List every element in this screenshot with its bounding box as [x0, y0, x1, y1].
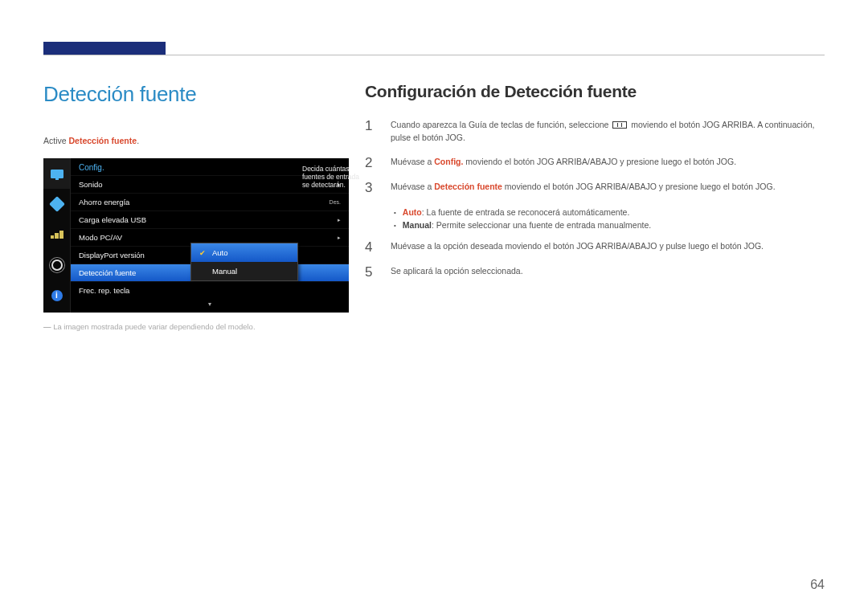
osd-item-label: Modo PC/AV [79, 233, 122, 242]
step2-b: moviendo el botón JOG ARRIBA/ABAJO y pre… [463, 157, 736, 166]
step-body: Se aplicará la opción seleccionada. [391, 265, 825, 278]
bullet-text: Manual: Permite seleccionar una fuente d… [403, 219, 651, 232]
menu-icon [612, 121, 627, 129]
submenu-label: Auto [212, 248, 228, 257]
step-1: 1 Cuando aparezca la Guía de teclas de f… [365, 119, 825, 145]
bullet2-bold: Manual [403, 220, 432, 230]
chevron-right-icon: ▸ [338, 235, 341, 241]
osd-item-label: Carga elevada USB [79, 215, 146, 224]
info-icon [43, 280, 70, 311]
bars-icon [43, 219, 70, 250]
gear-icon [43, 250, 70, 280]
step1-a: Cuando aparezca la Guía de teclas de fun… [391, 120, 611, 129]
page-title: Detección fuente [43, 82, 349, 107]
intro-prefix: Active [43, 136, 69, 145]
osd-item-value: Des. [330, 199, 341, 205]
header-rule [43, 55, 825, 55]
right-column: Configuración de Detección fuente 1 Cuan… [365, 82, 825, 290]
step2-bold: Config. [434, 157, 463, 166]
submenu-auto: ✔ Auto [191, 243, 297, 262]
osd-item-ahorro: Ahorro energía Des. [71, 193, 349, 210]
page-number: 64 [810, 578, 825, 592]
step2-a: Muévase a [391, 157, 434, 166]
submenu-manual: Manual [191, 262, 297, 280]
step-number: 1 [365, 119, 376, 133]
step-number: 5 [365, 265, 376, 279]
step-body: Muévase a la opción deseada moviendo el … [391, 240, 825, 253]
header-accent-bar [43, 42, 166, 55]
osd-submenu: ✔ Auto Manual [190, 243, 298, 281]
steps-list: 1 Cuando aparezca la Guía de teclas de f… [365, 119, 825, 279]
dash-icon: ― [43, 322, 53, 331]
check-icon: ✔ [199, 249, 207, 257]
step3-bold: Detección fuente [434, 182, 502, 191]
step-2: 2 Muévase a Config. moviendo el botón JO… [365, 156, 825, 170]
bullet-icon: • [394, 208, 396, 219]
step3-a: Muévase a [391, 182, 434, 191]
osd-description: Decida cuántas fuentes de entrada se det… [299, 161, 367, 193]
chevron-down-icon: ▾ [71, 299, 349, 313]
bullet-text: Auto: La fuente de entrada se reconocerá… [403, 206, 630, 219]
osd-panel: Config. Sonido ▸ Ahorro energía Des. Car… [43, 158, 349, 313]
osd-item-label: Detección fuente [79, 268, 136, 277]
bullet-auto: • Auto: La fuente de entrada se reconoce… [394, 206, 825, 219]
step3-b: moviendo el botón JOG ARRIBA/ABAJO y pre… [502, 182, 776, 191]
diamond-icon [43, 189, 70, 219]
step-number: 4 [365, 240, 376, 254]
osd-item-frec: Frec. rep. tecla [71, 281, 349, 299]
step-3: 3 Muévase a Detección fuente moviendo el… [365, 181, 825, 194]
step-5: 5 Se aplicará la opción seleccionada. [365, 265, 825, 279]
bullet-icon: • [394, 221, 396, 232]
section-title: Configuración de Detección fuente [365, 82, 825, 101]
bullet-list: • Auto: La fuente de entrada se reconoce… [394, 206, 825, 233]
left-column: Detección fuente Active Detección fuente… [43, 82, 349, 331]
chevron-right-icon: ▸ [338, 217, 341, 223]
osd-item-label: Frec. rep. tecla [79, 286, 129, 295]
bullet1-rest: : La fuente de entrada se reconocerá aut… [422, 207, 630, 217]
bullet-manual: • Manual: Permite seleccionar una fuente… [394, 219, 825, 232]
image-caption: ― La imagen mostrada puede variar depend… [43, 322, 349, 331]
osd-item-usb: Carga elevada USB ▸ [71, 210, 349, 228]
step-body: Muévase a Detección fuente moviendo el b… [391, 181, 825, 194]
submenu-label: Manual [212, 267, 237, 276]
intro-bold: Detección fuente [69, 136, 137, 145]
osd-icon-rail [43, 158, 71, 313]
monitor-icon [43, 158, 70, 189]
step-number: 3 [365, 181, 376, 194]
osd-item-label: Sonido [79, 180, 103, 189]
caption-text: La imagen mostrada puede variar dependie… [53, 322, 255, 331]
osd-item-label: Ahorro energía [79, 198, 129, 206]
osd-item-label: DisplayPort versión [79, 251, 145, 260]
intro-suffix: . [137, 136, 139, 145]
intro-text: Active Detección fuente. [43, 136, 349, 145]
bullet1-bold: Auto [403, 207, 422, 217]
step-number: 2 [365, 156, 376, 170]
step-body: Muévase a Config. moviendo el botón JOG … [391, 156, 825, 169]
bullet2-rest: : Permite seleccionar una fuente de entr… [432, 220, 651, 230]
step-body: Cuando aparezca la Guía de teclas de fun… [391, 119, 825, 145]
step-4: 4 Muévase a la opción deseada moviendo e… [365, 240, 825, 254]
